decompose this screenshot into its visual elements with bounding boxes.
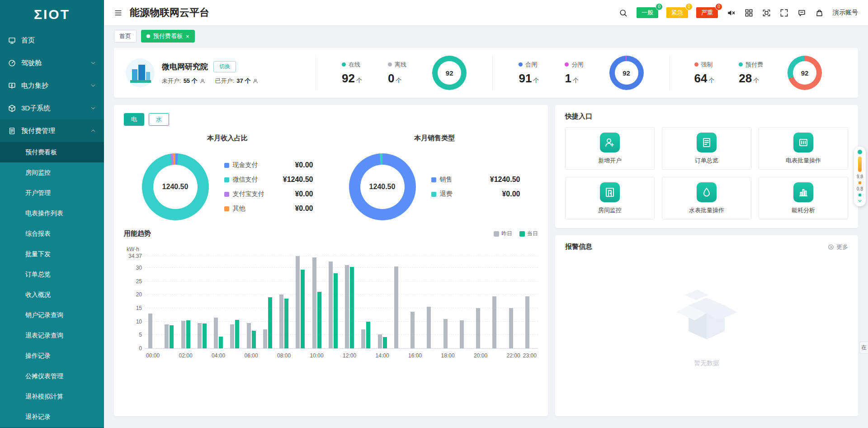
gauge-value: 9.8: [857, 174, 863, 179]
bar-group-12: [341, 256, 358, 348]
tab-1[interactable]: 水: [149, 113, 169, 126]
mute-icon[interactable]: [727, 9, 736, 17]
sidebar-item-label: 驾驶舱: [21, 59, 42, 67]
sidebar-subitem-8[interactable]: 销户记录查询: [0, 305, 104, 325]
sidebar-subitem-9[interactable]: 退表记录查询: [0, 325, 104, 346]
main-column: 能源物联网云平台 一般0紧急0严重0: [104, 0, 868, 428]
search-icon[interactable]: [619, 9, 627, 17]
sidebar-subitem-4[interactable]: 综合报表: [0, 224, 104, 244]
qr-scan-icon[interactable]: [762, 9, 771, 17]
floating-monitor-widget[interactable]: 9.8 0.8: [854, 147, 866, 206]
sidebar-item-power[interactable]: 电力集抄: [0, 74, 104, 97]
sidebar-subitem-7[interactable]: 收入概况: [0, 285, 104, 305]
gauge-value: 0.8: [857, 186, 863, 191]
sidebar-item-cube[interactable]: 3D子系统: [0, 97, 104, 119]
y-axis-tick: 15: [124, 305, 142, 311]
y-axis-tick: 10: [124, 319, 142, 325]
menu-collapse-icon[interactable]: [114, 9, 123, 17]
sidebar-subitem-11[interactable]: 公摊仪表管理: [0, 366, 104, 386]
opened-count: 已开户: 37 个: [215, 77, 259, 85]
bar-group-19: [456, 256, 472, 348]
x-axis-tick: 23:00: [523, 352, 537, 359]
x-axis-tick: 18:00: [441, 352, 455, 359]
badge-count: 0: [685, 3, 693, 10]
sidebar-item-label: 电力集抄: [21, 81, 48, 90]
stat-group-0: 在线92个离线0个92: [316, 55, 492, 90]
sidebar-subitem-12[interactable]: 退补模拟计算: [0, 386, 104, 407]
active-dot: [146, 34, 150, 38]
sidebar-subitem-6[interactable]: 订单总览: [0, 264, 104, 285]
person-icon: [253, 78, 258, 84]
alarm-badge-1[interactable]: 紧急0: [666, 7, 688, 18]
gauge-swatch: [859, 194, 861, 196]
quick-entry-addAccount[interactable]: 新增开户: [565, 127, 655, 170]
prepay-charts-card: 电水 本月收入占比 1240.50 现金支付¥0.00微信支付¥1240.50支…: [114, 105, 548, 416]
bar-group-2: [178, 256, 194, 348]
bar-group-4: [210, 256, 226, 348]
legend-row: 现金支付¥0.00: [224, 161, 313, 169]
home-icon: [8, 37, 16, 44]
sidebar-subitem-0[interactable]: 预付费看板: [0, 142, 104, 162]
breadcrumb-tag-1[interactable]: 预付费看板×: [141, 30, 195, 43]
sidebar-subitem-5[interactable]: 批量下发: [0, 244, 104, 264]
bar-group-3: [194, 256, 210, 348]
quick-entry-waterBatch[interactable]: 水表批量操作: [662, 177, 751, 219]
apps-grid-icon[interactable]: [745, 9, 753, 17]
y-axis-tick: 30: [124, 265, 142, 271]
gift-icon[interactable]: [815, 9, 824, 17]
sidebar-subitem-3[interactable]: 电表操作列表: [0, 203, 104, 224]
not-opened-count: 未开户: 55 个: [162, 77, 205, 85]
bar-group-17: [423, 256, 439, 348]
quick-entry-roomMonitor[interactable]: 房间监控: [565, 177, 655, 219]
quick-entry-meterBatch[interactable]: 电表批量操作: [759, 127, 848, 170]
sidebar-subitem-13[interactable]: 退补记录: [0, 407, 104, 427]
y-axis-tick: 25: [124, 278, 142, 285]
sidebar-item-label: 3D子系统: [21, 104, 50, 113]
topbar: 能源物联网云平台 一般0紧急0严重0: [104, 0, 868, 25]
donut-center-value: 1240.50: [369, 183, 396, 191]
sidebar-subitem-1[interactable]: 房间监控: [0, 162, 104, 183]
alarm-badge-2[interactable]: 严重0: [696, 7, 718, 18]
tab-0[interactable]: 电: [124, 113, 144, 126]
legend-row: 其他¥0.00: [224, 204, 313, 213]
metric: 强制64个: [694, 61, 715, 86]
alarm-panel-card: 报警信息 更多: [555, 235, 858, 416]
energy-analysis-icon: [793, 182, 813, 202]
sidebar-menu: 首页驾驶舱电力集抄3D子系统预付费管理预付费看板房间监控开户管理电表操作列表综合…: [0, 29, 104, 427]
x-axis-tick: 20:00: [474, 352, 487, 359]
side-handle-tab[interactable]: 在: [859, 342, 868, 354]
quick-entry-energyAnalysis[interactable]: 能耗分析: [759, 177, 848, 219]
org-avatar: [126, 58, 155, 87]
alarm-badge-0[interactable]: 一般0: [637, 7, 658, 18]
account-menu[interactable]: 演示账号: [833, 9, 858, 17]
empty-text: 暂无数据: [694, 359, 719, 367]
breadcrumb-tag-0[interactable]: 首页: [114, 30, 137, 43]
chevron-down-icon: [90, 105, 96, 111]
alarm-more-link[interactable]: 更多: [828, 243, 848, 251]
chevron-down-icon[interactable]: [858, 199, 862, 203]
sales-chart-block: 本月销售类型 1240.50 销售¥1240.50退费¥0.00: [331, 131, 538, 220]
add-account-icon: [600, 133, 620, 152]
sidebar-item-prepay[interactable]: 预付费管理: [0, 119, 104, 142]
sidebar-subitem-10[interactable]: 操作记录: [0, 346, 104, 366]
fullscreen-icon[interactable]: [780, 9, 788, 17]
message-icon[interactable]: [797, 9, 806, 17]
legend-row: 退费¥0.00: [431, 190, 520, 198]
sidebar-item-home[interactable]: 首页: [0, 29, 104, 52]
quick-entry-orders[interactable]: 订单总览: [662, 127, 751, 170]
chevron-down-icon: [90, 83, 96, 88]
alarm-badges: 一般0紧急0严重0: [637, 7, 718, 18]
sidebar-subitem-2[interactable]: 开户管理: [0, 183, 104, 203]
quick-entry-label: 新增开户: [598, 157, 622, 165]
stat-donut-chart: 92: [432, 56, 467, 90]
sidebar-item-cockpit[interactable]: 驾驶舱: [0, 52, 104, 74]
badge-count: 0: [715, 3, 722, 10]
donut-center-value: 92: [623, 69, 630, 77]
orders-icon: [697, 133, 717, 152]
empty-state: 暂无数据: [555, 285, 858, 367]
topbar-right: 一般0紧急0严重0 演示账号: [619, 7, 858, 18]
quick-entry-label: 电表批量操作: [786, 157, 821, 165]
trend-legend-item: 昨日: [494, 230, 512, 238]
close-icon[interactable]: ×: [186, 33, 189, 39]
switch-org-button[interactable]: 切换: [213, 61, 236, 72]
